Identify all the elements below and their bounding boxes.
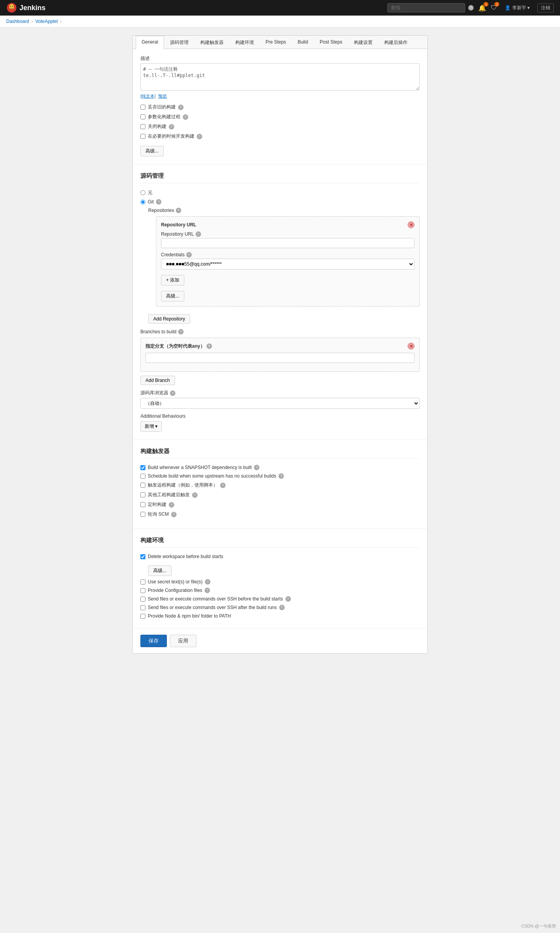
build-env-section: 构建环境 Delete workspace before build start… [133,530,427,628]
disable-build-help[interactable]: ? [169,124,174,130]
build-triggers-section: 构建触发器 Build whenever a SNAPSHOT dependen… [133,441,427,527]
branch-title-help[interactable]: ? [206,343,212,349]
branch-input[interactable]: */master [145,353,415,363]
description-input[interactable]: # — 一句话注释 te.ll-.T-.ll#pplet.git [140,63,420,91]
repo-advanced-btn[interactable]: 高级... [161,291,184,301]
repository-container: Repository URL ✕ Repository URL ? https:… [156,216,420,306]
credentials-select[interactable]: ■■■.■■■55@qq.com/****** [161,259,415,270]
add-credentials-btn[interactable]: + 添加 [161,275,184,285]
footer-buttons: 保存 应用 [133,628,427,653]
scheduled-build-label: 定时构建 [148,501,166,508]
preview-link[interactable]: 预览 [158,94,167,98]
scm-none-radio[interactable] [140,190,145,195]
secret-text-help[interactable]: ? [205,579,210,585]
tab-general[interactable]: General [136,36,164,49]
ssh-after-checkbox[interactable] [140,605,145,610]
breadcrumb-dashboard[interactable]: Dashboard [6,19,29,24]
alert-icon[interactable]: 🛡 2 [491,4,497,11]
other-project-trigger-checkbox[interactable] [140,492,145,497]
general-advanced-btn[interactable]: 高级... [140,146,164,156]
concurrent-build-checkbox[interactable] [140,134,145,139]
user-menu[interactable]: 👤 李新宇 ▾ [505,5,530,11]
remote-trigger-help[interactable]: ? [220,483,226,488]
poll-scm-label: 轮询 SCM [148,511,169,518]
tab-source-mgmt[interactable]: 源码管理 [164,36,194,49]
snapshot-trigger-checkbox[interactable] [140,465,145,470]
branch-title: 指定分支（为空时代表any） ? [145,343,212,350]
ssh-before-checkbox[interactable] [140,597,145,602]
source-browser-select[interactable]: （自动） [140,398,420,409]
discard-old-builds-row: 丢弃旧的构建 ? [140,104,420,110]
poll-scm-checkbox[interactable] [140,512,145,517]
snapshot-trigger-row: Build whenever a SNAPSHOT dependency is … [140,465,420,470]
add-repository-btn[interactable]: Add Repository [148,314,190,324]
breadcrumb-sep-2: › [60,19,62,24]
delete-workspace-row: Delete workspace before build starts [140,554,420,559]
repo-url-input[interactable]: https://gitee.co... ■■■/vote-applet.git [161,238,415,248]
svg-point-2 [10,6,11,7]
snapshot-trigger-help[interactable]: ? [254,465,259,470]
login-button[interactable]: 注销 [537,4,554,12]
discard-old-builds-help[interactable]: ? [178,105,184,110]
save-button[interactable]: 保存 [140,635,167,647]
add-branch-btn[interactable]: Add Branch [140,376,175,385]
tab-pre-steps[interactable]: Pre Steps [260,36,292,49]
plain-text-link[interactable]: [纯文本] [140,94,156,98]
repo-close-btn[interactable]: ✕ [408,221,415,228]
breadcrumb-voteapplet[interactable]: VoteApplet [35,19,58,24]
disable-build-label: 关闭构建 [148,123,166,130]
alert-badge: 2 [494,2,499,7]
tab-build[interactable]: Build [292,36,314,49]
disable-build-checkbox[interactable] [140,124,145,129]
scm-git-radio[interactable] [140,200,145,205]
source-browser-help[interactable]: ? [170,390,175,396]
scm-none-label: 元 [148,189,152,196]
config-files-checkbox[interactable] [140,588,145,593]
concurrent-build-help[interactable]: ? [197,134,202,139]
repositories-help[interactable]: ? [176,208,181,213]
branches-section: Branches to build ? 指定分支（为空时代表any） ? ✕ *… [140,329,420,385]
search-input[interactable] [387,3,465,12]
tab-build-env[interactable]: 构建环境 [229,36,260,49]
branches-help[interactable]: ? [178,329,184,334]
svg-point-3 [12,6,13,7]
parameterized-build-help[interactable]: ? [183,114,188,120]
other-project-trigger-help[interactable]: ? [192,492,198,498]
config-files-help[interactable]: ? [205,588,210,593]
build-env-advanced-btn[interactable]: 高级... [148,565,172,576]
poll-scm-help[interactable]: ? [171,512,177,517]
secret-text-checkbox[interactable] [140,579,145,585]
discard-old-builds-checkbox[interactable] [140,105,145,110]
notification-bell-icon[interactable]: 🔔 1 [478,4,486,12]
tab-post-steps[interactable]: Post Steps [314,36,348,49]
tab-post-build[interactable]: 构建后操作 [378,36,413,49]
credentials-field: Credentials ? ■■■.■■■55@qq.com/****** [161,252,415,270]
tab-build-triggers[interactable]: 构建触发器 [194,36,229,49]
discard-old-builds-label: 丢弃旧的构建 [148,104,176,110]
remote-trigger-checkbox[interactable] [140,483,145,488]
node-npm-checkbox[interactable] [140,614,145,619]
delete-workspace-checkbox[interactable] [140,554,145,559]
tab-build-settings[interactable]: 构建设置 [348,36,378,49]
credentials-help[interactable]: ? [186,252,192,257]
main-panel: General 源码管理 构建触发器 构建环境 Pre Steps Build … [132,35,428,654]
search-help-icon[interactable]: ? [468,5,474,11]
scheduled-build-help[interactable]: ? [169,502,174,508]
scm-git-row: Git ? [140,199,420,205]
breadcrumb: Dashboard › VoteApplet › [0,16,560,28]
no-successful-builds-checkbox[interactable] [140,474,145,479]
add-behaviour-btn[interactable]: 新增 ▾ [140,421,162,432]
no-successful-builds-help[interactable]: ? [278,473,284,479]
parameterized-build-checkbox[interactable] [140,114,145,119]
apply-button[interactable]: 应用 [170,635,196,647]
ssh-before-help[interactable]: ? [285,596,291,602]
scm-none-row: 元 [140,189,420,196]
ssh-after-row: Send files or execute commands over SSH … [140,605,420,610]
scheduled-build-checkbox[interactable] [140,502,145,507]
scm-git-help[interactable]: ? [156,199,161,205]
jenkins-logo[interactable]: Jenkins [6,2,46,13]
ssh-after-help[interactable]: ? [279,605,285,610]
branch-close-btn[interactable]: ✕ [408,343,415,350]
repo-url-help[interactable]: ? [196,231,201,237]
no-successful-builds-row: Schedule build when some upstream has no… [140,473,420,479]
